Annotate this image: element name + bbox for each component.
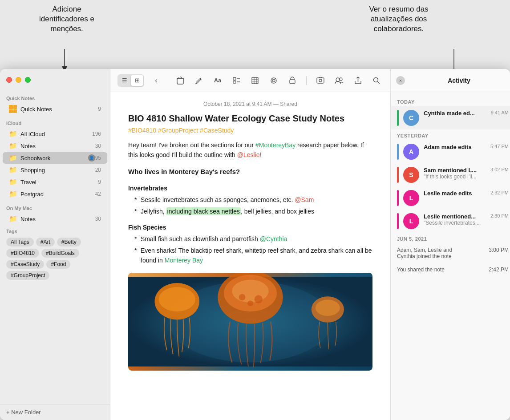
close-button[interactable]: [6, 77, 12, 83]
svg-rect-13: [252, 77, 258, 84]
notes-mac-icon: 📁: [9, 215, 17, 223]
adam-time: 5:47 PM: [490, 144, 509, 149]
highlight-black-sea-nettles: including black sea nettles: [166, 207, 241, 215]
fish-list: Small fish such as clownfish and parrotf…: [128, 234, 372, 265]
cynthia-text: Cynthia made ed...: [424, 110, 486, 117]
lock-button[interactable]: [286, 74, 299, 87]
svg-point-19: [272, 79, 275, 82]
new-folder-button[interactable]: + New Folder: [6, 409, 41, 416]
quick-notes-count: 9: [98, 106, 101, 112]
tag-art[interactable]: #Art: [36, 238, 55, 246]
share-button[interactable]: [351, 74, 364, 87]
svg-point-18: [271, 78, 276, 83]
annotation-top-right: Ver o resumo das atualizações dos colabo…: [341, 4, 457, 34]
activity-item-leslie-mention[interactable]: L Leslie mentioned... "Sessile invertebr…: [391, 210, 510, 233]
tag-betty[interactable]: #Betty: [57, 238, 81, 246]
list-view-button[interactable]: ☰: [118, 75, 131, 86]
notes-mac-label: Notes: [20, 216, 95, 222]
quick-notes-section-label: Quick Notes: [0, 90, 110, 103]
activity-close-button[interactable]: ×: [396, 76, 405, 85]
activity-title: Activity: [409, 77, 510, 84]
tag-buildgoals[interactable]: #BuildGoals: [41, 249, 79, 258]
icloud-section-label: iCloud: [0, 115, 110, 128]
activity-item-leslie-edits[interactable]: L Leslie made edits 2:32 PM: [391, 186, 510, 210]
svg-point-22: [319, 79, 322, 82]
sidebar: Quick Notes Quick Notes 9 iCloud 📁 All i…: [0, 69, 110, 420]
svg-rect-11: [233, 81, 236, 83]
shared-icon: 👤: [88, 154, 95, 162]
search-button[interactable]: [370, 74, 383, 87]
activity-content: TODAY C Cynthia made ed... 9:41 AM YESTE…: [391, 92, 510, 420]
postgrad-label: Postgrad: [20, 191, 95, 198]
schoolwork-label: Schoolwork: [20, 155, 88, 162]
activity-item-sam[interactable]: S Sam mentioned L... "If this looks good…: [391, 163, 510, 186]
invertebrates-heading: Invertebrates: [128, 183, 372, 193]
sidebar-item-schoolwork[interactable]: 📁 Schoolwork 👤 95: [3, 152, 107, 164]
activity-today-header: TODAY: [391, 96, 510, 106]
activity-item-adam[interactable]: A Adam made edits 5:47 PM: [391, 140, 510, 163]
attachment-button[interactable]: [267, 74, 280, 87]
sam-indicator: [397, 167, 399, 183]
sidebar-item-travel[interactable]: 📁 Travel 9: [3, 176, 107, 188]
link-monterey-bay: Monterey Bay: [165, 257, 203, 264]
grid-view-button[interactable]: ⊞: [131, 75, 143, 86]
sidebar-item-quick-notes[interactable]: Quick Notes 9: [3, 103, 107, 115]
quick-notes-icon: [9, 105, 17, 113]
hashtag-link-monterey: #MontereyBay: [255, 141, 295, 149]
invertebrates-item-1: Sessile invertebrates such as sponges, a…: [134, 195, 372, 205]
note-title: BIO 4810 Shallow Water Ecology Case Stud…: [128, 113, 372, 124]
invertebrates-list: Sessile invertebrates such as sponges, a…: [128, 195, 372, 216]
main-content: ☰ ⊞ ‹ Aa: [110, 69, 390, 420]
activity-toolbar: × Activity: [391, 69, 510, 92]
titlebar: [0, 69, 110, 90]
back-button[interactable]: ‹: [150, 74, 163, 87]
svg-point-38: [316, 299, 340, 316]
checklist-button[interactable]: [230, 74, 243, 87]
leslie-edits-indicator: [397, 190, 399, 206]
maximize-button[interactable]: [25, 77, 31, 83]
cynthia-name: Cynthia made ed...: [424, 110, 486, 117]
font-button[interactable]: Aa: [211, 74, 224, 87]
tag-bio4810[interactable]: #BIO4810: [6, 249, 39, 258]
section-heading-reefs: Who lives in Monterey Bay's reefs?: [128, 166, 372, 177]
shared-text: You shared the note: [397, 267, 445, 273]
tag-casestudy[interactable]: #CaseStudy: [6, 260, 44, 269]
delete-button[interactable]: [174, 74, 187, 87]
minimize-button[interactable]: [16, 77, 21, 83]
postgrad-icon: 📁: [9, 190, 17, 198]
mention-cynthia: @Cynthia: [260, 235, 287, 242]
note-body: Hey team! I've broken out the sections f…: [128, 140, 372, 266]
sam-preview: "If this looks good I'll...: [424, 174, 486, 180]
sidebar-item-notes-icloud[interactable]: 📁 Notes 30: [3, 140, 107, 152]
leslie-edits-time: 2:32 PM: [490, 190, 509, 195]
svg-point-25: [374, 77, 378, 82]
note-image: [128, 273, 372, 371]
note-editor[interactable]: October 18, 2021 at 9:41 AM — Shared BIO…: [110, 92, 390, 420]
activity-item-cynthia[interactable]: C Cynthia made ed... 9:41 AM: [391, 106, 510, 129]
sidebar-item-postgrad[interactable]: 📁 Postgrad 42: [3, 188, 107, 200]
edit-button[interactable]: [192, 74, 206, 87]
joined-time: 3:00 PM: [489, 247, 509, 259]
postgrad-count: 42: [95, 191, 101, 197]
collab-button[interactable]: [332, 74, 346, 87]
svg-rect-9: [233, 77, 236, 80]
activity-panel: × Activity TODAY C Cynthia made ed... 9:…: [390, 69, 510, 420]
activity-jun-header: JUN 5, 2021: [391, 233, 510, 243]
tag-food[interactable]: #Food: [46, 260, 70, 269]
joined-text: Adam, Sam, Leslie andCynthia joined the …: [397, 247, 452, 259]
travel-label: Travel: [20, 179, 98, 186]
photo-button[interactable]: [314, 74, 327, 87]
all-icloud-label: All iCloud: [20, 131, 92, 137]
sidebar-item-notes-mac[interactable]: 📁 Notes 30: [3, 213, 107, 225]
sidebar-item-shopping[interactable]: 📁 Shopping 20: [3, 164, 107, 176]
table-button[interactable]: [248, 74, 262, 87]
activity-shared-note: You shared the note 2:42 PM: [391, 263, 510, 276]
leslie-mention-name: Leslie mentioned...: [424, 213, 486, 220]
toolbar-separator-1: [306, 76, 307, 85]
sidebar-content: Quick Notes Quick Notes 9 iCloud 📁 All i…: [0, 90, 110, 404]
sidebar-item-all-icloud[interactable]: 📁 All iCloud 196: [3, 128, 107, 140]
shopping-count: 20: [95, 167, 101, 173]
adam-indicator: [397, 144, 399, 160]
tag-all-tags[interactable]: All Tags: [6, 238, 34, 246]
tag-groupproject[interactable]: #GroupProject: [6, 271, 49, 280]
